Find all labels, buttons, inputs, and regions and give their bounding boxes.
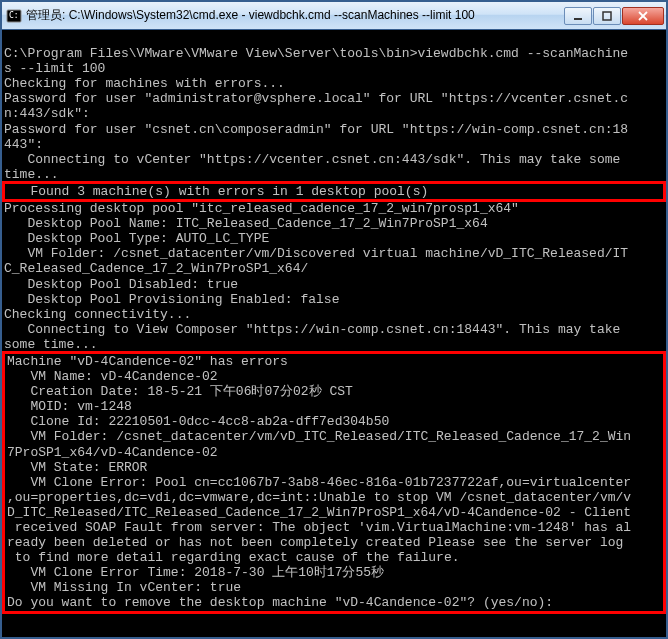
console-line: VM Clone Error: Pool cn=cc1067b7-3ab8-46… <box>7 475 661 490</box>
console-line: Desktop Pool Provisioning Enabled: false <box>4 292 664 307</box>
console-line: ,ou=properties,dc=vdi,dc=vmware,dc=int::… <box>7 490 661 505</box>
minimize-button[interactable] <box>564 7 592 25</box>
close-button[interactable] <box>622 7 664 25</box>
console-line: n:443/sdk": <box>4 106 664 121</box>
console-line: Desktop Pool Disabled: true <box>4 277 664 292</box>
console-line: Desktop Pool Name: ITC_Released_Cadence_… <box>4 216 664 231</box>
console-line: ready been deleted or has not been compl… <box>7 535 661 550</box>
console-line: 443": <box>4 137 664 152</box>
cmd-icon: C: <box>6 8 22 24</box>
console-line: time... <box>4 167 664 182</box>
highlight-found-errors: Found 3 machine(s) with errors in 1 desk… <box>2 181 666 202</box>
console-line: Found 3 machine(s) with errors in 1 desk… <box>7 184 661 199</box>
console-line: received SOAP Fault from server: The obj… <box>7 520 661 535</box>
console-line: s --limit 100 <box>4 61 664 76</box>
console-line: Connecting to View Composer "https://win… <box>4 322 664 337</box>
console-line: Desktop Pool Type: AUTO_LC_TYPE <box>4 231 664 246</box>
maximize-button[interactable] <box>593 7 621 25</box>
titlebar[interactable]: C: 管理员: C:\Windows\System32\cmd.exe - vi… <box>2 2 666 30</box>
console-line: VM Folder: /csnet_datacenter/vm/vD_ITC_R… <box>7 429 661 444</box>
console-line: Processing desktop pool "itc_released_ca… <box>4 201 664 216</box>
console-line: Machine "vD-4Candence-02" has errors <box>7 354 661 369</box>
console-output[interactable]: C:\Program Files\VMware\VMware View\Serv… <box>2 30 666 637</box>
console-line: Clone Id: 22210501-0dcc-4cc8-ab2a-dff7ed… <box>7 414 661 429</box>
console-line: 7ProSP1_x64/vD-4Candence-02 <box>7 445 661 460</box>
console-line: VM Name: vD-4Candence-02 <box>7 369 661 384</box>
console-line: VM State: ERROR <box>7 460 661 475</box>
console-line: C:\Program Files\VMware\VMware View\Serv… <box>4 46 664 61</box>
svg-text:C:: C: <box>9 11 19 20</box>
console-line: Password for user "administrator@vsphere… <box>4 91 664 106</box>
console-line: some time... <box>4 337 664 352</box>
console-line: Creation Date: 18-5-21 下午06时07分02秒 CST <box>7 384 661 399</box>
console-line: C_Released_Cadence_17_2_Win7ProSP1_x64/ <box>4 261 664 276</box>
console-prompt: Do you want to remove the desktop machin… <box>7 595 661 610</box>
console-line: Checking for machines with errors... <box>4 76 664 91</box>
console-line: Checking connectivity... <box>4 307 664 322</box>
console-line: VM Folder: /csnet_datacenter/vm/Discover… <box>4 246 664 261</box>
console-line: to find more detail regarding exact caus… <box>7 550 661 565</box>
console-line: Connecting to vCenter "https://vcenter.c… <box>4 152 664 167</box>
cmd-window: C: 管理员: C:\Windows\System32\cmd.exe - vi… <box>0 0 668 639</box>
console-line: Password for user "csnet.cn\composeradmi… <box>4 122 664 137</box>
svg-rect-3 <box>603 12 611 20</box>
console-line: VM Clone Error Time: 2018-7-30 上午10时17分5… <box>7 565 661 580</box>
console-line: VM Missing In vCenter: true <box>7 580 661 595</box>
console-line: MOID: vm-1248 <box>7 399 661 414</box>
window-buttons <box>563 7 664 25</box>
console-line: D_ITC_Released/ITC_Released_Cadence_17_2… <box>7 505 661 520</box>
window-title: 管理员: C:\Windows\System32\cmd.exe - viewd… <box>26 7 563 24</box>
highlight-machine-error-block: Machine "vD-4Candence-02" has errors VM … <box>2 351 666 614</box>
